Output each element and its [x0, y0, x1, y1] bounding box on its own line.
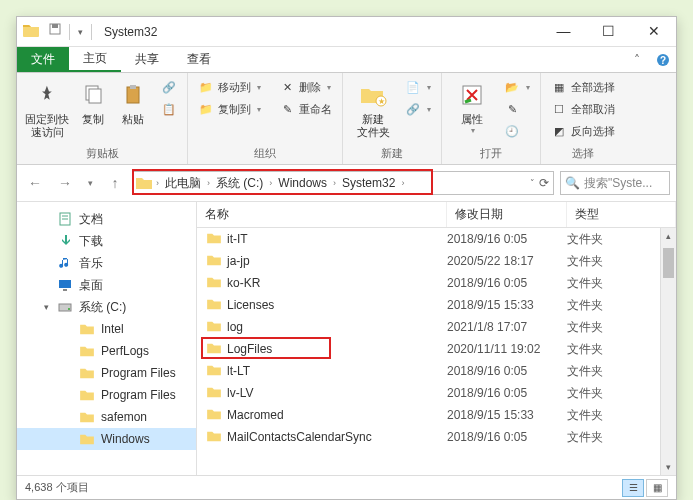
history-button[interactable]: 🕘: [500, 121, 534, 141]
table-row[interactable]: LogFiles2020/11/11 19:02文件夹: [197, 338, 676, 360]
paste-shortcut-button[interactable]: 📋: [157, 99, 181, 119]
table-row[interactable]: it-IT2018/9/16 0:05文件夹: [197, 228, 676, 250]
folder-icon: [207, 408, 221, 423]
address-row: ← → ▾ ↑ › 此电脑› 系统 (C:)› Windows› System3…: [17, 165, 676, 201]
select-all-button[interactable]: ▦全部选择: [547, 77, 619, 97]
details-view-button[interactable]: ☰: [622, 479, 644, 497]
select-all-icon: ▦: [551, 79, 567, 95]
help-button[interactable]: ?: [650, 47, 676, 72]
new-item-button[interactable]: 📄▾: [401, 77, 435, 97]
group-open: 属性 ▾ 📂▾ ✎ 🕘 打开: [442, 73, 541, 164]
folder-icon: [79, 321, 95, 337]
window-title: System32: [104, 25, 541, 39]
crumb[interactable]: 系统 (C:): [212, 175, 267, 192]
col-name[interactable]: 名称: [197, 202, 447, 227]
table-row[interactable]: lv-LV2018/9/16 0:05文件夹: [197, 382, 676, 404]
folder-icon: [207, 364, 221, 379]
scroll-up-icon[interactable]: ▴: [661, 228, 676, 244]
nav-item[interactable]: PerfLogs: [17, 340, 196, 362]
nav-item[interactable]: 下载: [17, 230, 196, 252]
save-icon[interactable]: [49, 23, 63, 41]
nav-item[interactable]: safemon: [17, 406, 196, 428]
nav-item[interactable]: 文档: [17, 208, 196, 230]
tab-view[interactable]: 查看: [173, 47, 225, 72]
tab-share[interactable]: 共享: [121, 47, 173, 72]
paste-button[interactable]: 粘贴: [115, 77, 151, 126]
file-list[interactable]: it-IT2018/9/16 0:05文件夹ja-jp2020/5/22 18:…: [197, 228, 676, 475]
edit-button[interactable]: ✎: [500, 99, 534, 119]
icons-view-button[interactable]: ▦: [646, 479, 668, 497]
crumb[interactable]: System32: [338, 176, 399, 190]
nav-item[interactable]: ▾系统 (C:): [17, 296, 196, 318]
nav-item[interactable]: Intel: [17, 318, 196, 340]
maximize-button[interactable]: ☐: [586, 17, 631, 45]
table-row[interactable]: lt-LT2018/9/16 0:05文件夹: [197, 360, 676, 382]
copy-button[interactable]: 复制: [75, 77, 111, 126]
easy-access-button[interactable]: 🔗▾: [401, 99, 435, 119]
close-button[interactable]: ✕: [631, 17, 676, 45]
qat-dropdown-icon[interactable]: ▾: [74, 27, 87, 37]
nav-item[interactable]: Program Files: [17, 384, 196, 406]
nav-label: 桌面: [79, 277, 103, 294]
dropdown-icon[interactable]: ˅: [530, 178, 535, 188]
folder-icon: [207, 298, 221, 313]
recent-button[interactable]: ▾: [83, 171, 97, 195]
copy-path-button[interactable]: 🔗: [157, 77, 181, 97]
file-date: 2018/9/16 0:05: [447, 232, 567, 246]
minimize-button[interactable]: —: [541, 17, 586, 45]
table-row[interactable]: ko-KR2018/9/16 0:05文件夹: [197, 272, 676, 294]
search-icon: 🔍: [565, 176, 580, 190]
invert-selection-button[interactable]: ◩反向选择: [547, 121, 619, 141]
up-button[interactable]: ↑: [103, 171, 127, 195]
refresh-button[interactable]: ⟳: [539, 176, 549, 190]
properties-button[interactable]: 属性 ▾: [448, 77, 496, 135]
nav-item[interactable]: Program Files: [17, 362, 196, 384]
nav-item[interactable]: Windows: [17, 428, 196, 450]
scrollbar[interactable]: ▴ ▾: [660, 228, 676, 475]
scroll-down-icon[interactable]: ▾: [661, 459, 676, 475]
table-row[interactable]: Licenses2018/9/15 15:33文件夹: [197, 294, 676, 316]
copy-to-button[interactable]: 📁复制到▾: [194, 99, 265, 119]
nav-item[interactable]: 桌面: [17, 274, 196, 296]
col-date[interactable]: 修改日期: [447, 202, 567, 227]
select-none-button[interactable]: ☐全部取消: [547, 99, 619, 119]
forward-button[interactable]: →: [53, 171, 77, 195]
file-date: 2018/9/16 0:05: [447, 364, 567, 378]
nav-tree[interactable]: 文档下载音乐桌面▾系统 (C:)IntelPerfLogsProgram Fil…: [17, 202, 197, 475]
folder-icon: [79, 431, 95, 447]
nav-label: 系统 (C:): [79, 299, 126, 316]
tab-file[interactable]: 文件: [17, 47, 69, 72]
svg-rect-1: [52, 24, 58, 28]
table-row[interactable]: ja-jp2020/5/22 18:17文件夹: [197, 250, 676, 272]
nav-item[interactable]: 音乐: [17, 252, 196, 274]
delete-icon: ✕: [279, 79, 295, 95]
open-button[interactable]: 📂▾: [500, 77, 534, 97]
tab-home[interactable]: 主页: [69, 47, 121, 72]
table-row[interactable]: Macromed2018/9/15 15:33文件夹: [197, 404, 676, 426]
new-folder-icon: ★: [357, 79, 389, 111]
back-button[interactable]: ←: [23, 171, 47, 195]
address-bar[interactable]: › 此电脑› 系统 (C:)› Windows› System32› ˅⟳: [133, 171, 554, 195]
svg-text:?: ?: [660, 55, 666, 66]
file-date: 2018/9/15 15:33: [447, 408, 567, 422]
folder-icon: [207, 232, 221, 247]
nav-label: PerfLogs: [101, 344, 149, 358]
rename-button[interactable]: ✎重命名: [275, 99, 336, 119]
col-type[interactable]: 类型: [567, 202, 676, 227]
scroll-thumb[interactable]: [663, 248, 674, 278]
new-folder-button[interactable]: ★ 新建 文件夹: [349, 77, 397, 139]
file-date: 2018/9/16 0:05: [447, 386, 567, 400]
folder-icon: [23, 23, 41, 41]
folder-icon: [79, 387, 95, 403]
search-box[interactable]: 🔍 搜索"Syste...: [560, 171, 670, 195]
move-to-button[interactable]: 📁移动到▾: [194, 77, 265, 97]
pin-button[interactable]: 固定到快 速访问: [23, 77, 71, 139]
crumb[interactable]: Windows: [274, 176, 331, 190]
delete-button[interactable]: ✕删除▾: [275, 77, 336, 97]
svg-rect-7: [130, 85, 136, 89]
collapse-ribbon-button[interactable]: ˄: [624, 47, 650, 72]
crumb[interactable]: 此电脑: [161, 175, 205, 192]
table-row[interactable]: MailContactsCalendarSync2018/9/16 0:05文件…: [197, 426, 676, 448]
file-name: lv-LV: [227, 386, 253, 400]
table-row[interactable]: log2021/1/8 17:07文件夹: [197, 316, 676, 338]
